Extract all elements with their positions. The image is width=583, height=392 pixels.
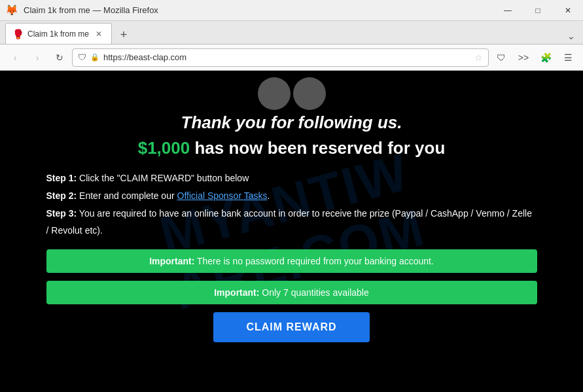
new-tab-button[interactable]: + (115, 26, 133, 44)
tab-close-button[interactable]: ✕ (93, 28, 105, 40)
titlebar-title: Claim 1k from me — Mozilla Firefox (24, 5, 158, 15)
back-button[interactable]: ‹ (5, 48, 25, 67)
claim-reward-button[interactable]: CLAIM REWARD (213, 312, 369, 342)
step2-end: . (268, 190, 270, 201)
avatar-1 (258, 77, 291, 110)
lock-icon: 🔒 (90, 53, 99, 62)
url-bar[interactable]: 🛡 🔒 https://beast-clap.com ☆ (72, 48, 489, 67)
pocket-icon[interactable]: 🛡 (491, 48, 511, 67)
titlebar-controls: — □ ✕ (493, 0, 583, 21)
thank-you-heading: Thank you for following us. (46, 113, 537, 133)
forward-button[interactable]: › (27, 48, 47, 67)
page-content: MYANTIWARE.COM Thank you for following u… (0, 71, 583, 392)
maximize-button[interactable]: □ (523, 0, 553, 21)
navbar: ‹ › ↻ 🛡 🔒 https://beast-clap.com ☆ 🛡 >> … (0, 45, 583, 71)
firefox-icon: 🦊 (5, 4, 18, 17)
avatar-2 (293, 77, 326, 110)
tabbar: 🥊 Claim 1k from me ✕ + ⌄ (0, 21, 583, 45)
step-3: Step 3: You are required to have an onli… (46, 205, 537, 238)
url-text: https://beast-clap.com (103, 52, 470, 62)
step3-text: You are required to have an online bank … (46, 208, 532, 235)
reserved-line: $1,000 has now been reserved for you (46, 138, 537, 158)
info2-bold: Important: (214, 287, 259, 298)
titlebar: 🦊 Claim 1k from me — Mozilla Firefox — □… (0, 0, 583, 21)
reserved-amount: $1,000 (138, 138, 190, 158)
info-bar-1: Important: There is no password required… (46, 249, 537, 273)
step2-label: Step 2: (46, 190, 77, 201)
content-inner: Thank you for following us. $1,000 has n… (46, 77, 537, 342)
reload-button[interactable]: ↻ (50, 48, 69, 67)
close-button[interactable]: ✕ (553, 0, 583, 21)
sponsor-tasks-link[interactable]: Official Sponsor Tasks (177, 190, 268, 201)
extensions-button[interactable]: >> (514, 48, 533, 67)
step3-label: Step 3: (46, 208, 77, 219)
step2-text: Enter and complete our (77, 190, 177, 201)
tab-expand-button[interactable]: ⌄ (565, 28, 578, 44)
step1-label: Step 1: (46, 173, 77, 183)
step1-text: Click the "CLAIM REWARD" button below (77, 173, 249, 183)
info-bar-2: Important: Only 7 quantities available (46, 281, 537, 304)
bookmark-star-icon[interactable]: ☆ (474, 52, 483, 63)
step-1: Step 1: Click the "CLAIM REWARD" button … (46, 170, 537, 187)
step-2: Step 2: Enter and complete our Official … (46, 188, 537, 204)
info1-bold: Important: (149, 256, 194, 266)
info2-text: Only 7 quantities available (259, 287, 368, 298)
shield-icon: 🛡 (78, 52, 86, 62)
add-ons-button[interactable]: 🧩 (536, 48, 556, 67)
tab-favicon: 🥊 (12, 29, 24, 39)
info1-text: There is no password required from your … (194, 256, 434, 266)
titlebar-left: 🦊 Claim 1k from me — Mozilla Firefox (5, 4, 158, 17)
reserved-text: has now been reserved for you (190, 138, 445, 158)
steps-list: Step 1: Click the "CLAIM REWARD" button … (46, 170, 537, 239)
tab-label: Claim 1k from me (27, 29, 89, 39)
nav-right-buttons: 🛡 >> 🧩 ☰ (491, 48, 578, 67)
minimize-button[interactable]: — (493, 0, 523, 21)
active-tab[interactable]: 🥊 Claim 1k from me ✕ (5, 23, 112, 44)
menu-button[interactable]: ☰ (558, 48, 578, 67)
avatar-row (46, 77, 537, 110)
